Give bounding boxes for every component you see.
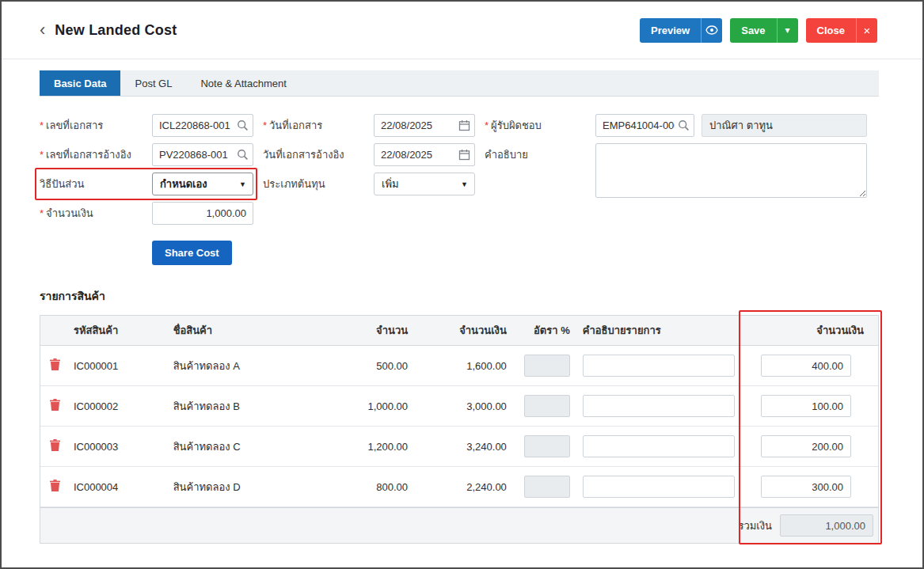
items-table: รหัสสินค้า ชื่อสินค้า จำนวน จำนวนเงิน อั… (40, 315, 879, 544)
cell-product-name: สินค้าทดลอง D (173, 479, 341, 495)
search-icon[interactable] (237, 119, 249, 131)
header-qty: จำนวน (340, 322, 416, 339)
allocation-method-label-text: วิธีปันส่วน (40, 178, 85, 190)
search-icon[interactable] (237, 149, 249, 161)
trash-icon (50, 358, 60, 371)
alloc-amount-input[interactable] (761, 355, 851, 377)
header-alloc-amount: จำนวนเงิน (740, 322, 878, 339)
search-icon[interactable] (678, 119, 690, 131)
header-product-name: ชื่อสินค้า (173, 322, 341, 339)
chevron-down-icon: ▼ (239, 180, 246, 188)
alloc-amount-input[interactable] (761, 395, 851, 417)
back-icon[interactable]: ‹ (40, 21, 45, 39)
required-asterisk: * (485, 119, 489, 131)
required-asterisk: * (263, 119, 267, 131)
item-description-input[interactable] (583, 395, 735, 417)
owner-label: *ผู้รับผิดชอบ (485, 114, 542, 137)
ref-no-field-wrap (152, 143, 253, 166)
close-button-label[interactable]: Close (806, 18, 856, 43)
preview-button[interactable]: Preview (640, 18, 722, 43)
items-table-title: รายการสินค้า (40, 287, 105, 305)
landed-cost-window: ‹ New Landed Cost Preview Save ▾ Close × (0, 0, 924, 569)
alloc-amount-input[interactable] (761, 435, 851, 457)
owner-name-display: ปาณิศา ตาทูน (702, 114, 867, 137)
table-header-row: รหัสสินค้า ชื่อสินค้า จำนวน จำนวนเงิน อั… (40, 316, 878, 346)
required-asterisk: * (40, 207, 44, 219)
cost-type-value: เพิ่ม (382, 176, 399, 192)
table-row: IC000004 สินค้าทดลอง D 800.00 2,240.00 (40, 467, 878, 507)
save-dropdown-segment[interactable]: ▾ (777, 18, 798, 43)
alloc-amount-input[interactable] (761, 476, 851, 498)
amount-label-text: จำนวนเงิน (46, 207, 93, 219)
cell-qty: 1,000.00 (340, 400, 416, 412)
table-row: IC000003 สินค้าทดลอง C 1,200.00 3,240.00 (40, 427, 878, 467)
amount-input[interactable] (152, 202, 253, 225)
doc-date-label-text: วันที่เอกสาร (269, 119, 322, 131)
rate-input (524, 355, 570, 377)
allocation-method-select[interactable]: กำหนดเอง ▼ (152, 173, 253, 195)
close-icon: × (864, 25, 871, 36)
item-description-input[interactable] (583, 435, 735, 457)
header-amount: จำนวนเงิน (416, 322, 515, 339)
cell-product-code: IC000002 (70, 400, 173, 412)
ref-date-label: วันที่เอกสารอ้างอิง (263, 143, 344, 166)
tab-basic-data[interactable]: Basic Data (40, 70, 120, 96)
tab-note-attachment-label: Note & Attachment (200, 78, 286, 89)
chevron-down-icon: ▾ (785, 25, 790, 35)
total-label: รวมเงิน (738, 518, 772, 534)
tab-post-gl-label: Post GL (135, 78, 172, 89)
table-row: IC000001 สินค้าทดลอง A 500.00 1,600.00 (40, 346, 878, 386)
ref-no-label: *เลขที่เอกสารอ้างอิง (40, 143, 131, 166)
description-label: คำอธิบาย (485, 143, 528, 166)
trash-icon (50, 480, 60, 492)
save-button[interactable]: Save ▾ (730, 18, 797, 43)
doc-date-field-wrap (374, 114, 475, 137)
table-footer-row: รวมเงิน (40, 507, 878, 543)
delete-row-button[interactable] (48, 478, 62, 496)
item-description-input[interactable] (583, 355, 735, 377)
cell-product-code: IC000004 (70, 481, 173, 493)
cost-type-label-text: ประเภทต้นทุน (263, 178, 325, 190)
description-label-text: คำอธิบาย (485, 149, 528, 161)
cell-amount: 2,240.00 (416, 481, 515, 493)
close-x-segment[interactable]: × (856, 18, 877, 43)
page-title: New Landed Cost (55, 22, 177, 39)
owner-label-text: ผู้รับผิดชอบ (491, 119, 542, 131)
preview-eye-segment[interactable] (701, 18, 722, 43)
delete-row-button[interactable] (48, 438, 62, 456)
cell-product-code: IC000003 (70, 441, 173, 453)
preview-button-label[interactable]: Preview (640, 18, 701, 43)
doc-no-label-text: เลขที่เอกสาร (46, 119, 103, 131)
share-cost-button[interactable]: Share Cost (152, 241, 232, 265)
header-product-code: รหัสสินค้า (70, 322, 173, 339)
allocation-method-value: กำหนดเอง (160, 176, 207, 192)
item-description-input[interactable] (583, 476, 735, 498)
doc-no-label: *เลขที่เอกสาร (40, 114, 103, 137)
allocation-method-label: วิธีปันส่วน (40, 173, 85, 195)
delete-row-button[interactable] (48, 397, 62, 415)
tab-note-attachment[interactable]: Note & Attachment (186, 70, 300, 96)
description-textarea[interactable] (595, 143, 867, 198)
header-item-description: คำอธิบายรายการ (576, 322, 741, 339)
top-bar: ‹ New Landed Cost Preview Save ▾ Close × (2, 2, 922, 59)
rate-input (524, 435, 570, 457)
cell-amount: 3,000.00 (416, 400, 515, 412)
amount-field-wrap (152, 202, 253, 225)
cost-type-select[interactable]: เพิ่ม ▼ (374, 173, 475, 195)
header-actions: Preview Save ▾ Close × (640, 18, 877, 43)
total-amount-input (780, 514, 873, 537)
owner-field-wrap (595, 114, 694, 137)
doc-date-label: *วันที่เอกสาร (263, 114, 322, 137)
cost-type-label: ประเภทต้นทุน (263, 173, 325, 195)
calendar-icon[interactable] (458, 149, 470, 161)
save-button-label[interactable]: Save (730, 18, 776, 43)
cell-qty: 500.00 (340, 360, 416, 372)
header-rate: อัตรา % (515, 322, 576, 339)
trash-icon (50, 399, 60, 412)
tab-post-gl[interactable]: Post GL (120, 70, 186, 96)
delete-row-button[interactable] (48, 357, 62, 375)
calendar-icon[interactable] (458, 119, 470, 131)
close-button[interactable]: Close × (806, 18, 877, 43)
required-asterisk: * (40, 119, 44, 131)
title-group: ‹ New Landed Cost (40, 21, 177, 39)
